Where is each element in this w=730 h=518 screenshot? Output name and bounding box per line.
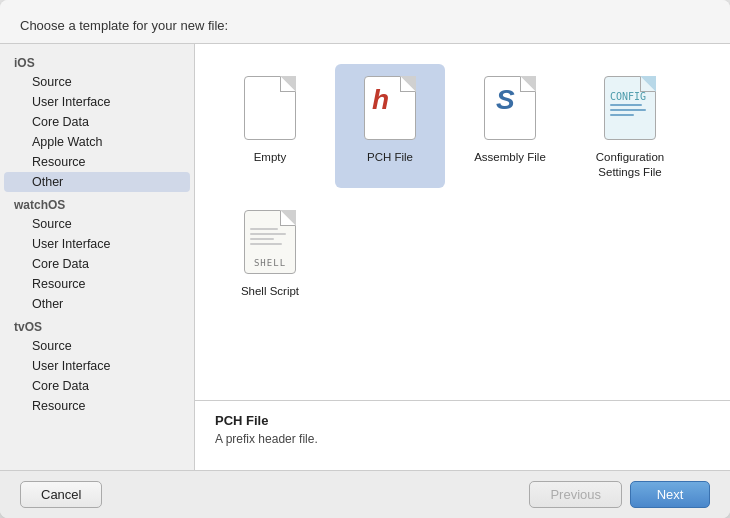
sidebar-item-tvos-coredata[interactable]: Core Data [4,376,190,396]
cancel-button[interactable]: Cancel [20,481,102,508]
template-shell[interactable]: SHELL Shell Script [215,198,325,307]
sidebar-item-ios-other[interactable]: Other [4,172,190,192]
previous-button[interactable]: Previous [529,481,622,508]
template-assembly[interactable]: S Assembly File [455,64,565,188]
template-pch[interactable]: h PCH File [335,64,445,188]
sidebar-item-tvos-source[interactable]: Source [4,336,190,356]
template-empty-label: Empty [254,150,287,165]
template-config[interactable]: CONFIG ConfigurationSettings File [575,64,685,188]
template-assembly-label: Assembly File [474,150,546,165]
sidebar-section-ios: iOS [0,50,194,72]
sidebar-item-ios-coredata[interactable]: Core Data [4,112,190,132]
sidebar-item-tvos-userinterface[interactable]: User Interface [4,356,190,376]
sidebar-item-ios-userinterface[interactable]: User Interface [4,92,190,112]
template-grid: Empty h PCH File [195,44,730,400]
sidebar-item-ios-source[interactable]: Source [4,72,190,92]
sidebar-item-watchos-source[interactable]: Source [4,214,190,234]
sidebar-item-ios-resource[interactable]: Resource [4,152,190,172]
template-empty[interactable]: Empty [215,64,325,188]
dialog-footer: Cancel Previous Next [0,470,730,518]
sidebar-section-watchos: watchOS [0,192,194,214]
empty-file-icon [238,72,302,144]
sidebar-section-tvos: tvOS [0,314,194,336]
assembly-file-icon: S [478,72,542,144]
main-content: Empty h PCH File [195,44,730,470]
template-config-label: ConfigurationSettings File [596,150,664,180]
selected-file-desc: A prefix header file. [215,432,710,446]
config-file-icon: CONFIG [598,72,662,144]
info-panel: PCH File A prefix header file. [195,400,730,470]
sidebar-item-watchos-coredata[interactable]: Core Data [4,254,190,274]
sidebar-item-watchos-other[interactable]: Other [4,294,190,314]
next-button[interactable]: Next [630,481,710,508]
template-pch-label: PCH File [367,150,413,165]
selected-file-name: PCH File [215,413,710,428]
sidebar: iOS Source User Interface Core Data Appl… [0,44,195,470]
shell-file-icon: SHELL [238,206,302,278]
sidebar-item-ios-applewatch[interactable]: Apple Watch [4,132,190,152]
dialog-header-label: Choose a template for your new file: [20,18,228,33]
sidebar-item-watchos-resource[interactable]: Resource [4,274,190,294]
pch-file-icon: h [358,72,422,144]
sidebar-item-watchos-userinterface[interactable]: User Interface [4,234,190,254]
template-shell-label: Shell Script [241,284,299,299]
sidebar-item-tvos-resource[interactable]: Resource [4,396,190,416]
